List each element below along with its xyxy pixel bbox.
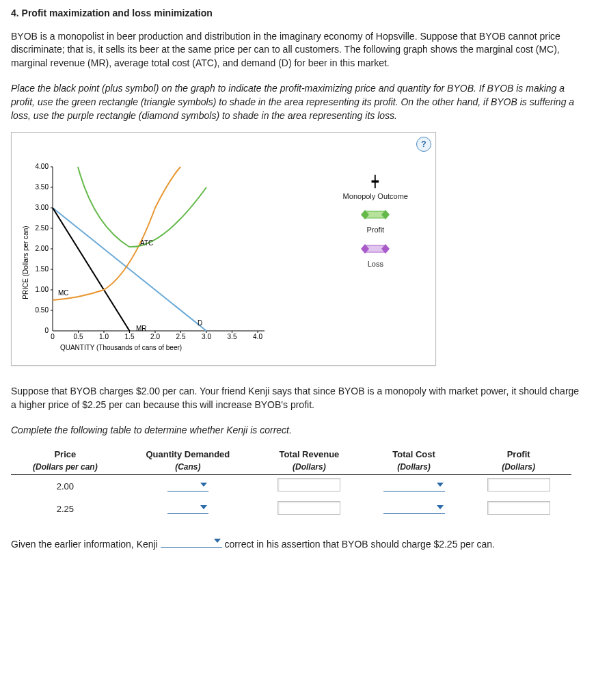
col-tc: Total Cost (Dollars) [362,447,466,475]
svg-text:2.50: 2.50 [36,224,49,232]
svg-text:2.5: 2.5 [176,333,186,340]
profit-input-row1[interactable] [487,478,550,492]
svg-text:3.50: 3.50 [36,183,49,191]
graph-instructions: Place the black point (plus symbol) on t… [11,82,585,122]
curve-atc [78,167,206,247]
kenji-correct-dropdown[interactable] [161,536,222,548]
help-button[interactable]: ? [416,137,431,152]
monopoly-outcome-symbol[interactable]: ┿ [343,174,408,189]
intro-paragraph: BYOB is a monopolist in beer production … [11,30,585,70]
tc-dropdown-row1[interactable] [383,479,445,492]
table-row: 2.25 [11,498,571,521]
monopoly-outcome-label: Monopoly Outcome [343,191,408,202]
col-profit: Profit (Dollars) [465,447,571,475]
label-mr: MR [136,325,147,332]
svg-text:2.00: 2.00 [36,245,49,252]
svg-text:1.00: 1.00 [36,286,49,293]
question-title: 4. Profit maximization and loss minimiza… [11,7,585,21]
label-atc: ATC [140,239,153,247]
loss-symbol[interactable] [343,243,408,258]
svg-text:1.5: 1.5 [125,333,135,340]
curve-mc [53,167,180,300]
curve-demand [53,208,206,331]
col-qd: Quantity Demanded (Cans) [120,447,256,475]
tc-dropdown-row2[interactable] [383,501,445,514]
col-tr: Total Revenue (Dollars) [256,447,362,475]
svg-text:1.50: 1.50 [36,265,49,273]
svg-text:3.5: 3.5 [228,333,237,340]
loss-label: Loss [343,259,408,269]
profit-table: Price (Dollars per can) Quantity Demande… [11,447,585,521]
y-axis-label: PRICE (Dollars per can) [22,226,29,299]
tr-input-row1[interactable] [277,478,340,492]
price-cell: 2.00 [11,475,120,498]
profit-label: Profit [343,225,408,235]
x-axis-label: QUANTITY (Thousands of cans of beer) [60,344,182,351]
conclusion-sentence: Given the earlier information, Kenji cor… [11,536,585,552]
svg-text:2.0: 2.0 [150,333,160,340]
svg-text:3.0: 3.0 [202,333,211,340]
col-price: Price (Dollars per can) [11,447,120,475]
svg-text:0.50: 0.50 [36,306,49,314]
table-instructions: Complete the following table to determin… [11,424,585,438]
svg-text:0: 0 [44,327,49,334]
profit-symbol[interactable] [343,208,408,224]
svg-text:0: 0 [51,333,55,340]
label-d: D [198,319,202,327]
svg-text:4.00: 4.00 [36,163,49,170]
qd-dropdown-row2[interactable] [167,501,208,514]
chart-svg[interactable]: 0 0.50 1.00 1.50 2.00 2.50 3.00 3.50 4.0… [18,160,292,362]
svg-text:0.5: 0.5 [74,333,83,340]
graph-panel[interactable]: ? 0 0.50 1.00 1.50 2.00 2.50 3.00 [11,132,436,366]
svg-text:3.00: 3.00 [36,204,49,211]
svg-text:1.0: 1.0 [99,333,109,340]
graph-legend: ┿ Monopoly Outcome Profit Loss [343,170,408,276]
profit-input-row2[interactable] [487,501,550,515]
price-cell: 2.25 [11,498,120,521]
curve-mr [53,208,130,331]
table-row: 2.00 [11,475,571,498]
label-mc: MC [58,289,69,297]
qd-dropdown-row1[interactable] [167,479,208,492]
scenario-paragraph: Suppose that BYOB charges $2.00 per can.… [11,385,585,412]
svg-text:4.0: 4.0 [253,333,262,340]
tr-input-row2[interactable] [277,501,340,515]
